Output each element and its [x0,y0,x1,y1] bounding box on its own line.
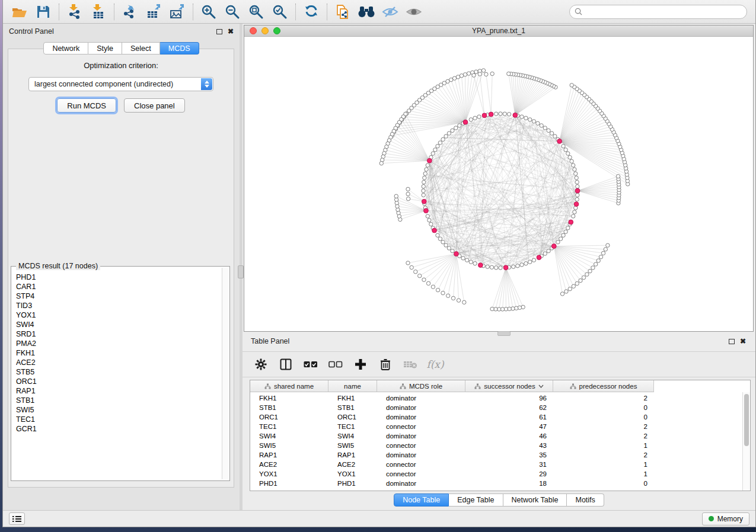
mcds-result-item[interactable]: SWI4 [16,320,221,329]
ring-node[interactable] [469,260,473,264]
ring-node[interactable] [458,124,461,127]
ring-node[interactable] [562,145,565,148]
table-row[interactable]: YOX1YOX1connector291 [250,469,742,479]
ring-node[interactable] [451,129,454,132]
ring-node[interactable] [520,115,524,118]
ring-node[interactable] [444,243,448,247]
ring-node[interactable] [516,264,519,268]
leaf-node[interactable] [394,194,398,198]
table-row[interactable]: SWI4SWI4dominator462 [250,431,742,441]
tab-network[interactable]: Network [43,42,88,55]
ring-node[interactable] [426,164,429,167]
search-field[interactable] [569,5,747,19]
leaf-node[interactable] [441,291,445,294]
mcds-hub-node[interactable] [513,113,518,117]
table-row[interactable]: TEC1TEC1connector472 [250,422,742,431]
leaf-node[interactable] [456,75,460,79]
export-network-button[interactable] [118,2,142,22]
mcds-hub-node[interactable] [574,202,579,207]
ring-node[interactable] [572,164,575,167]
leaf-node[interactable] [462,300,466,304]
ring-node[interactable] [461,257,465,260]
ring-node[interactable] [423,176,426,180]
ring-node[interactable] [564,230,567,233]
table-row[interactable]: SWI5SWI5connector431 [250,441,742,450]
tab-style[interactable]: Style [88,42,122,55]
ring-node[interactable] [441,137,445,141]
leaf-node[interactable] [426,281,430,285]
mcds-result-item[interactable]: GCR1 [16,424,221,434]
close-panel-icon[interactable]: ✖ [740,338,746,345]
leaf-node[interactable] [582,275,585,279]
table-row[interactable]: STB1STB1dominator620 [250,403,742,412]
deselect-all-button[interactable] [326,355,346,374]
mcds-result-item[interactable]: STP4 [16,291,221,301]
hide-selected-button[interactable] [378,2,402,22]
ring-node[interactable] [428,219,431,222]
ring-node[interactable] [436,233,439,237]
import-network-button[interactable] [63,2,87,22]
ring-node[interactable] [438,141,442,145]
zoom-fit-button[interactable] [244,2,268,22]
ring-node[interactable] [499,266,502,270]
ring-node[interactable] [540,124,543,127]
export-table-button[interactable] [142,2,165,22]
delete-table-button[interactable] [400,355,420,374]
leaf-node[interactable] [472,73,476,77]
ring-node[interactable] [543,126,547,130]
search-input[interactable] [585,8,742,16]
leaf-node[interactable] [568,287,572,291]
mcds-result-item[interactable]: TEC1 [16,415,221,424]
leaf-node[interactable] [379,161,383,165]
ring-node[interactable] [547,249,550,252]
mcds-result-item[interactable]: STB5 [16,367,221,377]
leaf-node[interactable] [436,288,439,291]
ring-node[interactable] [495,112,498,116]
mcds-hub-node[interactable] [478,263,483,268]
ring-node[interactable] [422,180,426,184]
ring-node[interactable] [576,185,579,188]
ring-node[interactable] [575,197,579,201]
ring-node[interactable] [422,189,425,193]
refresh-button[interactable] [299,2,323,22]
leaf-node[interactable] [560,292,564,296]
leaf-node[interactable] [446,294,449,297]
memory-button[interactable]: Memory [702,512,749,525]
ring-node[interactable] [524,116,528,120]
ring-node[interactable] [566,152,570,155]
leaf-node[interactable] [585,273,589,276]
ring-node[interactable] [576,193,579,197]
table-scrollbar-thumb[interactable] [744,394,749,446]
table-row[interactable]: PHD1PHD1dominator180 [250,479,742,488]
export-image-button[interactable] [165,2,189,22]
mcds-result-item[interactable]: RAP1 [16,386,221,396]
ring-node[interactable] [532,258,535,262]
leaf-node[interactable] [606,243,610,247]
network-canvas[interactable] [244,37,753,331]
ring-node[interactable] [559,237,562,241]
mcds-hub-node[interactable] [537,255,541,260]
mcds-result-item[interactable]: PHD1 [16,273,221,282]
ring-node[interactable] [570,159,573,163]
ring-node[interactable] [520,263,524,267]
leaf-node[interactable] [406,187,410,191]
clone-network-button[interactable] [331,2,355,22]
ring-node[interactable] [543,252,547,255]
tab-mcds[interactable]: MCDS [160,42,199,55]
horizontal-splitter-grip[interactable] [497,331,511,336]
close-panel-icon[interactable]: ✖ [228,28,234,35]
ring-node[interactable] [431,152,435,155]
ring-node[interactable] [447,246,451,250]
ring-node[interactable] [568,155,572,159]
mcds-result-item[interactable]: SRD1 [16,329,221,339]
criterion-select[interactable]: largest connected component (undirected) [28,77,213,91]
column-header-name[interactable]: name [328,380,377,392]
mcds-result-item[interactable]: CAR1 [16,282,221,291]
ring-node[interactable] [477,115,481,118]
ring-node[interactable] [566,226,570,230]
ring-node[interactable] [572,214,575,218]
table-row[interactable]: ORC1ORC1dominator610 [250,412,742,422]
mcds-result-item[interactable]: SWI5 [16,405,221,415]
leaf-node[interactable] [418,274,422,277]
ring-node[interactable] [444,134,448,138]
